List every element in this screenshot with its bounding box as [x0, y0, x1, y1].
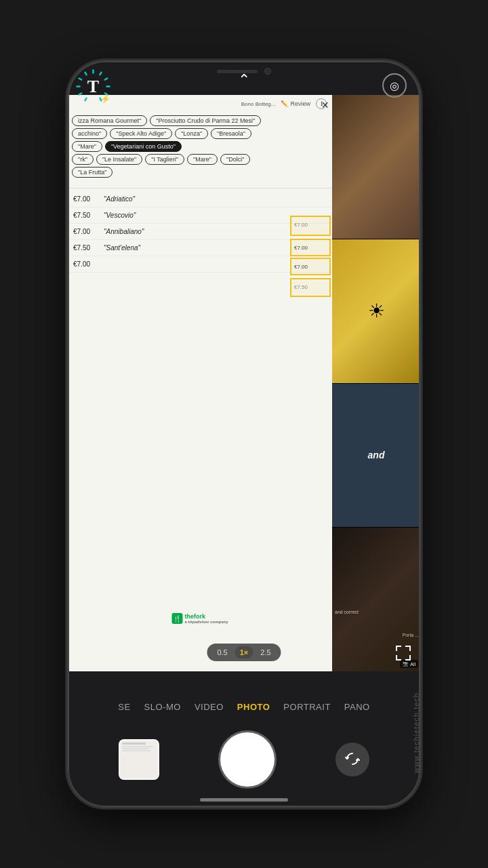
- camera-viewfinder: Bono Botteg... ✏️ Review ℹ × izza Romana…: [68, 95, 420, 671]
- flip-camera-button[interactable]: [336, 743, 369, 776]
- speaker-grille: [217, 70, 258, 73]
- price-santelena: €7.50: [73, 244, 104, 252]
- zoom-1x-button[interactable]: 1×: [235, 646, 253, 658]
- home-indicator[interactable]: [200, 798, 288, 802]
- flash-button[interactable]: ◎: [382, 73, 407, 98]
- tags-area: izza Romana Gourmet" "Prosciutto Crudo d…: [68, 110, 332, 185]
- svg-rect-1: [396, 646, 397, 651]
- tags-row-2: acchino" "Speck Alto Adige" "Lonza" "Bre…: [72, 128, 328, 139]
- tag-frutta[interactable]: "La Frutta": [72, 167, 113, 178]
- mode-slomo[interactable]: SLO-MO: [144, 702, 181, 712]
- tag-mare1[interactable]: "Mare": [72, 141, 102, 152]
- mode-pano[interactable]: PANO: [344, 702, 370, 712]
- scan-box-2: €7.00: [290, 239, 331, 256]
- scan-frame-button[interactable]: [393, 643, 413, 663]
- tag-vegetariani[interactable]: "Vegetariani con Gusto": [105, 141, 182, 152]
- tag-bresaola[interactable]: "Bresaola": [211, 128, 251, 139]
- last-photo-thumbnail[interactable]: [119, 739, 159, 780]
- mode-se[interactable]: SE: [118, 702, 130, 712]
- watermark-website: www.techietech.tech: [412, 692, 420, 773]
- pencil-icon: ✏️: [281, 100, 288, 107]
- svg-line-14: [85, 98, 87, 100]
- thefork-sub: a tripadvisor company: [184, 620, 228, 624]
- zoom-05-button[interactable]: 0.5: [212, 646, 232, 658]
- tag-lonza[interactable]: "Lonza": [175, 128, 208, 139]
- close-button[interactable]: ×: [321, 98, 329, 113]
- t-logo-letter: T: [87, 77, 99, 97]
- price-vescovio: €7.50: [73, 212, 104, 219]
- gallery-item-restaurant[interactable]: [332, 95, 420, 239]
- tag-rk[interactable]: "rk": [72, 154, 94, 165]
- tag-dolci[interactable]: "Dolci": [220, 154, 250, 165]
- price-adriatico: €7.00: [73, 195, 104, 203]
- tags-row-1: izza Romana Gourmet" "Prosciutto Crudo d…: [72, 115, 328, 126]
- sun-icon: ☀: [368, 300, 385, 322]
- gallery-item-and[interactable]: and: [332, 384, 420, 528]
- svg-line-17: [79, 79, 81, 80]
- gallery-item-yellow[interactable]: ☀: [332, 239, 420, 383]
- flash-bolt-icon: ⚡: [100, 94, 110, 104]
- menu-item-adriatico: €7.00 "Adriatico": [68, 191, 332, 208]
- document-overlay: Bono Botteg... ✏️ Review ℹ × izza Romana…: [68, 95, 332, 671]
- tags-row-3: "Mare" "Vegetariani con Gusto": [72, 141, 328, 152]
- zoom-25-button[interactable]: 2.5: [256, 646, 275, 658]
- svg-line-15: [79, 94, 81, 95]
- svg-line-10: [105, 79, 107, 80]
- tag-acchino[interactable]: acchino": [72, 128, 107, 139]
- tags-row-4: "rk" "Le Insalate" "I Taglieri" "Mare" "…: [72, 154, 328, 165]
- chevron-up-icon[interactable]: ⌃: [238, 71, 250, 89]
- scan-box-3: €7.00: [290, 258, 331, 275]
- tag-taglieri[interactable]: "I Taglieri": [145, 154, 184, 165]
- camera-mode-bar: SE SLO-MO VIDEO PHOTO PORTRAIT PANO: [68, 695, 420, 719]
- tag-prosciutto[interactable]: "Prosciutto Crudo di Parma 22 Mesi": [150, 115, 261, 126]
- zoom-controls: 0.5 1× 2.5: [207, 644, 281, 661]
- and-corre-text: and correct: [332, 607, 420, 617]
- mode-photo[interactable]: PHOTO: [237, 702, 270, 712]
- mode-video[interactable]: VIDEO: [195, 702, 224, 712]
- price-last: €7.00: [73, 260, 104, 268]
- watermark-top-left: T ⚡: [75, 68, 112, 105]
- thefork-logo: 🍴 thefork a tripadvisor company: [171, 613, 228, 624]
- front-camera: [264, 68, 271, 75]
- thefork-badge: 🍴: [171, 613, 182, 624]
- scan-box-4: €7.50: [290, 278, 331, 297]
- svg-rect-5: [396, 655, 397, 660]
- name-adriatico: "Adriatico": [104, 195, 327, 203]
- svg-rect-3: [409, 646, 411, 651]
- mode-portrait[interactable]: PORTRAIT: [283, 702, 331, 712]
- tag-speck[interactable]: "Speck Alto Adige": [110, 128, 172, 139]
- gallery-strip: ☀ and 📷 All: [332, 95, 420, 671]
- svg-line-18: [85, 73, 87, 75]
- tag-mare2[interactable]: "Mare": [187, 154, 218, 165]
- restaurant-name: Bono Botteg...: [241, 101, 276, 107]
- review-button[interactable]: ✏️ Review: [281, 100, 310, 107]
- tags-row-5: "La Frutta": [72, 167, 328, 178]
- svg-rect-7: [409, 655, 411, 660]
- scan-box-1: €7.00: [290, 216, 331, 236]
- shutter-button[interactable]: [220, 732, 274, 787]
- porta-text: Porta ...: [402, 633, 419, 637]
- and-text: and: [368, 450, 385, 460]
- phone-frame: ⌃ ◎ Bono Botteg... ✏️ Review ℹ ×: [68, 61, 420, 807]
- price-annibaliano: €7.00: [73, 228, 104, 235]
- thefork-name: thefork: [184, 613, 228, 620]
- svg-line-9: [100, 73, 102, 75]
- tag-romana[interactable]: izza Romana Gourmet": [72, 115, 147, 126]
- tag-insalate[interactable]: "Le Insalate": [96, 154, 142, 165]
- camera-controls: [68, 732, 420, 787]
